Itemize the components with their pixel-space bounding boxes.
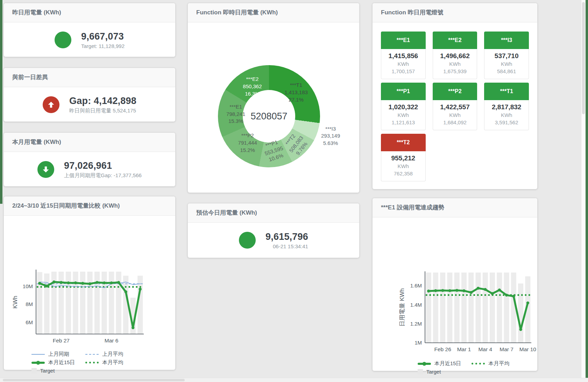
donut-slice-label: ***I3293,1495.63% bbox=[321, 125, 340, 147]
legend-item[interactable]: 本月近15日 bbox=[418, 360, 461, 367]
card-e1-trend: ***E1 設備用電達成趨勢 1M1.2M1.4M1.6MFeb 26Mar 1… bbox=[372, 198, 538, 371]
card-yesterday-usage: 昨日用電量 (KWh) 9,667,073 Target: 11,128,992 bbox=[3, 3, 176, 57]
vertical-scrollbar[interactable] bbox=[581, 0, 586, 378]
right-edge-strip bbox=[586, 0, 588, 382]
card-title: 2/24~3/10 近15日同期用電量比較 (KWh) bbox=[4, 196, 175, 216]
legend-item[interactable]: Target bbox=[31, 368, 75, 374]
legend-item[interactable]: 上月平均 bbox=[85, 351, 123, 357]
device-tile: ***P11,020,322KWh1,121,613 bbox=[381, 83, 426, 130]
device-tile-header: ***T1 bbox=[484, 83, 529, 100]
device-tile-body: 1,415,856KWh1,700,157 bbox=[381, 49, 426, 79]
device-tile-value: 1,496,662 bbox=[434, 51, 476, 61]
device-tile-value: 2,817,832 bbox=[485, 103, 528, 112]
card-month-usage: 本月用電量 (KWh) 97,026,961 上個月同期用電Gap: -17,3… bbox=[3, 132, 176, 187]
device-tile-header: ***P2 bbox=[433, 83, 477, 100]
device-tile-unit: KWh bbox=[485, 61, 528, 68]
device-tile: ***P21,422,557KWh1,684,092 bbox=[433, 83, 477, 130]
legend-label: 上月平均 bbox=[102, 351, 123, 357]
device-tile-value: 1,422,557 bbox=[434, 103, 476, 112]
vertical-scrollbar-thumb[interactable] bbox=[582, 2, 585, 114]
card-title: Function 昨日用電燈號 bbox=[373, 3, 537, 22]
legend-item[interactable]: 上月同期 bbox=[31, 351, 75, 357]
legend-marker-square-icon bbox=[418, 369, 423, 374]
horizontal-scrollbar[interactable] bbox=[0, 378, 588, 382]
device-tile-value: 1,020,322 bbox=[382, 103, 425, 112]
legend-label: 上月同期 bbox=[48, 351, 69, 357]
device-tile-header: ***E2 bbox=[433, 32, 477, 49]
card-title: 與前一日差異 bbox=[4, 68, 175, 87]
device-tile-header: ***P1 bbox=[381, 83, 426, 100]
card-status-lights: Function 昨日用電燈號 ***E11,415,856KWh1,700,1… bbox=[372, 3, 538, 189]
svg-text:Feb 26: Feb 26 bbox=[434, 346, 451, 352]
device-tile-body: 1,020,322KWh1,121,613 bbox=[381, 100, 426, 130]
legend-label: 本月平均 bbox=[488, 360, 509, 367]
legend-marker-thick-icon bbox=[31, 362, 45, 364]
legend-item[interactable]: Target bbox=[418, 369, 461, 375]
trend-line-chart: 1M1.2M1.4M1.6MFeb 26Mar 1Mar 4Mar 7Mar 1… bbox=[396, 270, 536, 357]
device-tile-body: 2,817,832KWh3,591,562 bbox=[484, 100, 529, 130]
kpi-value: 9,667,073 bbox=[81, 31, 125, 42]
device-tile-target: 1,700,157 bbox=[382, 68, 425, 75]
legend-marker-dashed-icon bbox=[85, 354, 99, 355]
card-title: ***E1 設備用電達成趨勢 bbox=[373, 198, 537, 217]
legend-marker-dots-icon bbox=[472, 363, 485, 364]
legend-label: 本月平均 bbox=[102, 359, 123, 366]
left-edge-strip bbox=[0, 0, 2, 204]
device-tile-body: 537,710KWh584,861 bbox=[484, 49, 529, 79]
device-tile-value: 955,212 bbox=[382, 154, 425, 163]
compare-line-chart: 6M8M10MFeb 27Mar 6KWh bbox=[8, 268, 148, 348]
donut-slice-label: ***E2850,36216.3% bbox=[243, 76, 262, 97]
kpi-subtitle: 昨日與前日用電量 5,524,175 bbox=[69, 107, 136, 114]
svg-text:Mar 6: Mar 6 bbox=[105, 338, 119, 343]
device-tile-unit: KWh bbox=[434, 61, 476, 68]
legend-label: 本月近15日 bbox=[48, 359, 75, 366]
kpi-value: 97,026,961 bbox=[64, 160, 142, 171]
device-tile-value: 1,415,856 bbox=[382, 51, 425, 61]
legend-marker-line-icon bbox=[31, 354, 45, 355]
svg-text:Feb 27: Feb 27 bbox=[53, 338, 70, 343]
kpi-subtitle: Target: 11,128,992 bbox=[81, 43, 125, 49]
legend-marker-dots-icon bbox=[85, 362, 99, 363]
device-tile-header: ***E1 bbox=[381, 32, 426, 49]
svg-text:1.6M: 1.6M bbox=[410, 283, 422, 289]
svg-text:Mar 1: Mar 1 bbox=[457, 346, 471, 352]
legend-item[interactable]: 本月平均 bbox=[472, 360, 509, 367]
device-tile: ***E11,415,856KWh1,700,157 bbox=[381, 32, 426, 79]
kpi-value: Gap: 4,142,898 bbox=[69, 96, 136, 106]
device-tile-header: ***I3 bbox=[484, 32, 529, 49]
card-estimate-today: 預估今日用電量 (KWh) 9,615,796 06-21 15:34:41 bbox=[187, 203, 360, 258]
donut-chart: 5208057 ***T11,413,18327.1%***I3293,1495… bbox=[218, 65, 320, 167]
horizontal-scrollbar-thumb[interactable] bbox=[3, 379, 185, 381]
device-tile-target: 1,684,092 bbox=[434, 119, 476, 126]
trend-legend: 本月近15日本月平均Target bbox=[394, 360, 533, 375]
card-title: 昨日用電量 (KWh) bbox=[4, 3, 175, 22]
device-tile-target: 1,121,613 bbox=[382, 119, 425, 126]
legend-item[interactable]: 本月平均 bbox=[85, 359, 123, 366]
card-day-gap: 與前一日差異 Gap: 4,142,898 昨日與前日用電量 5,524,175 bbox=[3, 68, 176, 122]
device-tile-target: 1,675,939 bbox=[434, 68, 476, 75]
legend-item[interactable]: 本月近15日 bbox=[31, 359, 75, 366]
legend-label: Target bbox=[426, 369, 441, 375]
device-tile: ***T2955,212KWh762,358 bbox=[381, 134, 426, 181]
device-tile: ***E21,496,662KWh1,675,939 bbox=[433, 32, 477, 79]
card-title: Function 即時日用電量 (KWh) bbox=[188, 3, 359, 22]
device-tile-target: 762,358 bbox=[382, 170, 425, 178]
svg-text:6M: 6M bbox=[26, 319, 33, 325]
svg-text:1.4M: 1.4M bbox=[410, 302, 422, 308]
device-tile: ***I3537,710KWh584,861 bbox=[484, 32, 529, 79]
device-tile-unit: KWh bbox=[485, 112, 528, 119]
svg-text:日用電量 KWh: 日用電量 KWh bbox=[399, 288, 405, 327]
device-tile-body: 1,496,662KWh1,675,939 bbox=[433, 49, 477, 79]
device-tile-unit: KWh bbox=[382, 112, 425, 119]
status-circle-green bbox=[239, 232, 256, 249]
donut-center-total: 5208057 bbox=[250, 111, 287, 122]
device-tile-unit: KWh bbox=[434, 112, 476, 119]
card-compare-chart: 2/24~3/10 近15日同期用電量比較 (KWh) 6M8M10MFeb 2… bbox=[3, 196, 176, 370]
status-circle-green bbox=[55, 32, 71, 48]
svg-text:10M: 10M bbox=[23, 283, 33, 289]
svg-text:8M: 8M bbox=[26, 301, 33, 307]
svg-text:1.2M: 1.2M bbox=[410, 321, 422, 327]
legend-marker-square-icon bbox=[31, 368, 37, 373]
legend-label: Target bbox=[40, 368, 55, 374]
device-tile-unit: KWh bbox=[382, 163, 425, 170]
